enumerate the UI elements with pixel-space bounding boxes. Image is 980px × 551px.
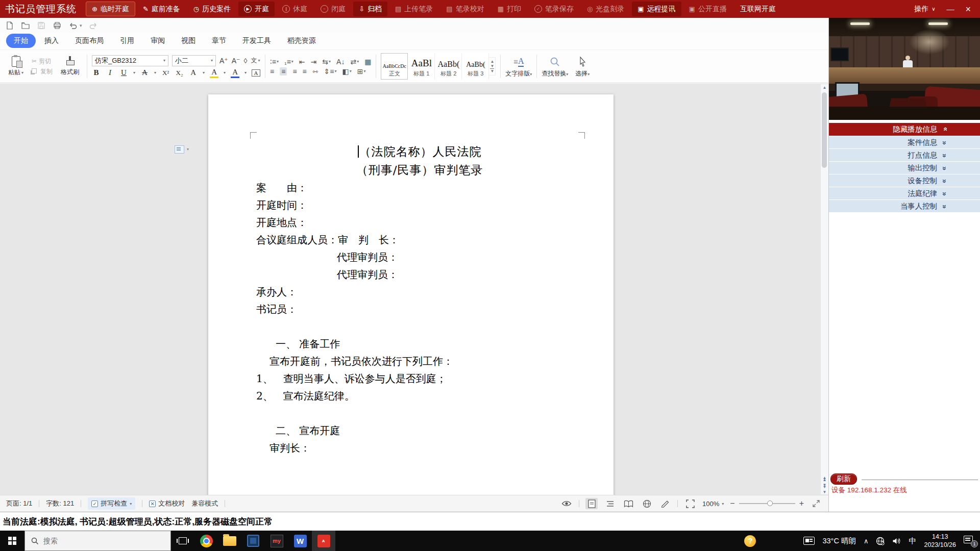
text-layout-button[interactable]: ≡A 文字排版▾ [505,55,532,78]
close-button[interactable]: × [965,5,971,14]
taskbar-clock[interactable]: 14:13 2023/10/26 [924,533,956,549]
panel-section-button[interactable]: 设备控制 » [829,174,980,187]
task-view-button[interactable] [171,531,194,551]
weather-icon[interactable] [803,537,815,545]
format-painter-button[interactable]: 格式刷 [58,55,82,78]
refresh-button[interactable]: 刷新 [830,473,857,485]
media-app-icon[interactable] [241,531,265,551]
decrease-indent-icon[interactable]: ⇤ [299,58,305,66]
bullet-list-icon[interactable]: ∶≡▾ [270,58,279,66]
text-effects-button[interactable]: A [189,68,198,77]
ribbon-tab[interactable]: 视图 [174,34,203,48]
taskbar-search[interactable] [24,531,171,551]
ribbon-tab[interactable]: 章节 [204,34,234,48]
undo-icon[interactable] [68,21,77,30]
spell-check-toggle[interactable]: ✓ 拼写检查▾ [88,497,135,510]
open-folder-icon[interactable] [21,21,30,30]
document-scrollbar[interactable]: ▲ ▲▲ ▼▼ ▼ [820,84,828,494]
decrease-font-icon[interactable]: A⁻ [232,57,240,65]
panel-section-button[interactable]: 案件信息 » [829,136,980,148]
align-right-icon[interactable]: ≡ [292,67,297,76]
gallery-more-icon[interactable]: ▼ [490,68,494,73]
network-globe-icon[interactable] [876,537,885,545]
strikethrough-button[interactable]: A [140,68,149,77]
asian-layout-icon[interactable]: ⇆▾ [322,58,331,66]
topbar-button[interactable]: 互联网开庭 [734,2,781,16]
ribbon-tab[interactable]: 稻壳资源 [280,34,324,48]
zoom-slider[interactable] [739,503,795,504]
underline-dropdown-icon[interactable]: ▾ [133,70,135,75]
numbered-list-icon[interactable]: ₁≡▾ [284,58,293,66]
gallery-up-icon[interactable]: ▲ [490,59,494,64]
topbar-button[interactable]: ⊕ 临时开庭 [86,2,135,16]
hide-playback-info-button[interactable]: 隐藏播放信息 » [829,123,980,136]
volume-icon[interactable] [892,537,901,545]
ribbon-tab[interactable]: 插入 [37,34,66,48]
panel-section-button[interactable]: 打点信息 » [829,149,980,161]
scroll-down-icon[interactable]: ▼ [823,491,827,493]
ribbon-tab[interactable]: 引用 [112,34,142,48]
font-color-dropdown-icon[interactable]: ▾ [244,70,247,75]
chrome-icon[interactable] [194,531,218,551]
pinyin-guide-icon[interactable]: 文▾ [251,56,260,65]
sort-icon[interactable]: A↓ [336,58,345,66]
operations-dropdown[interactable]: 操作∨ [914,5,935,14]
zoom-level[interactable]: 100%▾ [702,500,724,508]
bold-button[interactable]: B [92,68,101,77]
topbar-button[interactable]: ▣ 公开直播 [683,2,732,16]
line-spacing-icon[interactable]: ⇕≡▾ [324,67,337,76]
panel-section-button[interactable]: 输出控制 » [829,162,980,174]
topbar-button[interactable]: − 闭庭 [315,2,351,16]
search-input[interactable] [43,537,145,545]
topbar-button[interactable]: ▣ 远程提讯 [632,2,681,16]
next-page-icon[interactable]: ▼▼ [823,484,827,489]
increase-font-icon[interactable]: A⁺ [219,57,228,65]
topbar-button[interactable]: ◷ 历史案件 [188,2,236,16]
highlight-dropdown-icon[interactable]: ▾ [224,70,226,75]
outline-view-icon[interactable] [604,498,616,509]
ruler-icon[interactable]: ▦ [364,58,371,66]
align-left-icon[interactable]: ≡ [270,67,274,76]
ime-indicator[interactable]: 中 [909,536,916,546]
courtroom-video-feed[interactable] [829,18,980,120]
panel-section-button[interactable]: 当事人控制 » [829,200,980,212]
undo-dropdown-icon[interactable]: ▾ [80,23,82,28]
topbar-button[interactable]: ∥ 休庭 [277,2,313,16]
topbar-button[interactable]: ◎ 光盘刻录 [581,2,630,16]
align-center-icon[interactable]: ≡ [280,67,287,76]
start-button[interactable] [0,531,24,551]
copy-button[interactable]: 复制 [32,67,53,76]
hidden-icons-chevron[interactable]: ∧ [864,537,869,545]
ribbon-tab[interactable]: 页面布局 [67,34,111,48]
print-icon[interactable] [53,21,61,30]
notification-icon[interactable]: 1 [964,536,976,546]
text-direction-icon[interactable]: ⇄▾ [350,58,359,66]
new-doc-icon[interactable] [5,21,14,30]
zoom-out-icon[interactable]: − [730,499,734,508]
find-replace-button[interactable]: 查找替换▾ [542,55,568,78]
font-size-select[interactable]: 小二▾ [172,55,216,66]
topbar-button[interactable]: ✓ 笔录保存 [529,2,579,16]
topbar-button[interactable]: ▶ 开庭 [238,2,275,16]
italic-button[interactable]: I [106,68,114,77]
style-card[interactable]: AaBbCcDc 正文 [381,53,408,80]
ribbon-tab[interactable]: 开始 [6,34,36,48]
justify-icon[interactable]: ≡ [303,67,307,76]
zoom-slider-thumb[interactable] [767,500,773,506]
text-effects-dropdown-icon[interactable]: ▾ [203,70,205,75]
borders-icon[interactable]: ⊞▾ [357,67,366,76]
distribute-icon[interactable]: ⇿ [312,67,318,76]
clear-format-icon[interactable]: ◊ [243,57,247,65]
minimize-button[interactable]: — [946,5,954,13]
previous-page-icon[interactable]: ▲▲ [823,477,827,482]
gallery-down-icon[interactable]: ▼ [490,64,494,68]
topbar-button[interactable]: ▤ 笔录校对 [440,2,489,16]
style-card[interactable]: AaBb( 标题 3 [462,53,489,80]
character-border-button[interactable]: A [252,69,260,77]
zoom-in-icon[interactable]: + [799,499,804,508]
select-button[interactable]: 选择▾ [575,55,590,78]
strikethrough-dropdown-icon[interactable]: ▾ [154,70,156,75]
underline-button[interactable]: U [119,68,128,77]
file-explorer-icon[interactable] [218,531,241,551]
increase-indent-icon[interactable]: ⇥ [311,58,317,66]
